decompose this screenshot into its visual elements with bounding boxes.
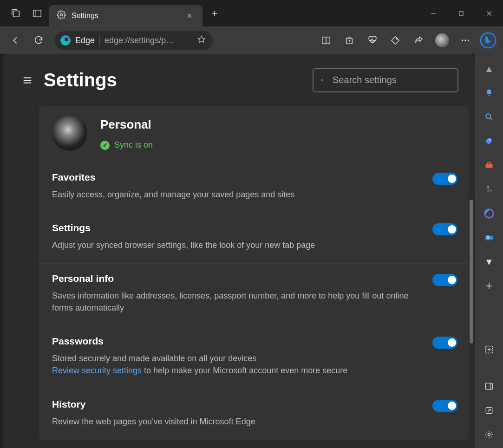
more-menu-icon[interactable] — [455, 30, 476, 51]
close-tab-button[interactable] — [183, 9, 196, 22]
svg-point-12 — [486, 114, 490, 118]
setting-desc: Stored securely and made available on al… — [52, 352, 414, 377]
setting-desc: Adjust your synced browser settings, lik… — [52, 239, 414, 251]
search-input[interactable] — [333, 75, 450, 85]
notifications-icon[interactable] — [481, 85, 497, 101]
address-bar[interactable]: Edge edge://settings/p… — [55, 31, 213, 50]
favorite-star-icon[interactable] — [197, 35, 206, 46]
games-sidebar-icon[interactable] — [481, 182, 497, 197]
svg-point-7 — [462, 39, 463, 41]
sync-status: ✓ Sync is on — [100, 140, 153, 150]
address-label: Edge — [75, 36, 95, 45]
panel-icon[interactable] — [481, 378, 497, 394]
toggle-settings[interactable] — [432, 223, 457, 235]
setting-desc: Saves information like addresses, licens… — [52, 290, 414, 314]
gear-icon — [57, 10, 66, 21]
minimize-button[interactable] — [419, 0, 447, 26]
setting-title: History — [52, 399, 456, 410]
page-title: Settings — [44, 70, 313, 91]
scrollbar-thumb[interactable] — [470, 200, 473, 344]
screenshot-icon[interactable] — [481, 342, 497, 357]
svg-point-2 — [60, 14, 63, 16]
back-button[interactable] — [5, 30, 26, 51]
setting-desc: Easily access, organize, and manage your… — [52, 188, 414, 201]
tab-spaces-icon[interactable] — [9, 7, 22, 20]
svg-point-11 — [321, 79, 323, 81]
sync-status-label: Sync is on — [114, 140, 153, 150]
search-sidebar-icon[interactable] — [481, 109, 497, 125]
profile-avatar[interactable] — [431, 30, 453, 51]
profile-section: Personal ✓ Sync is on — [39, 106, 469, 162]
svg-point-13 — [490, 139, 491, 140]
toggle-passwords[interactable] — [432, 337, 457, 349]
toolbar: Edge edge://settings/p… — [0, 26, 503, 54]
setting-settings: Settings Adjust your synced browser sett… — [39, 213, 469, 264]
titlebar: Settings — [0, 0, 503, 26]
open-external-icon[interactable] — [481, 403, 497, 418]
collapse-icon[interactable]: ▲ — [481, 61, 497, 77]
svg-rect-14 — [486, 164, 493, 168]
review-security-link[interactable]: Review security settings — [52, 366, 142, 375]
menu-button[interactable] — [20, 72, 35, 88]
outlook-sidebar-icon[interactable] — [481, 230, 497, 246]
svg-rect-3 — [459, 11, 463, 15]
profile-avatar-large — [52, 116, 87, 151]
svg-rect-19 — [490, 236, 493, 240]
toggle-history[interactable] — [432, 400, 457, 412]
check-icon: ✓ — [100, 141, 110, 150]
svg-point-8 — [464, 39, 466, 41]
health-icon[interactable] — [362, 30, 383, 51]
svg-point-15 — [489, 189, 492, 192]
setting-desc: Review the web pages you've visited in M… — [52, 416, 414, 428]
address-url: edge://settings/p… — [105, 36, 174, 45]
setting-favorites: Favorites Easily access, organize, and m… — [39, 162, 469, 213]
tools-sidebar-icon[interactable] — [481, 157, 497, 173]
toggle-personal-info[interactable] — [432, 274, 457, 286]
expand-icon[interactable]: ▼ — [481, 254, 497, 270]
svg-point-6 — [396, 38, 398, 39]
tab-title: Settings — [72, 12, 177, 20]
shopping-icon[interactable] — [385, 30, 406, 51]
setting-personal-info: Personal info Saves information like add… — [39, 264, 469, 326]
search-icon — [321, 75, 324, 85]
search-settings[interactable] — [313, 68, 458, 92]
separator — [99, 35, 100, 45]
collections-icon[interactable] — [339, 30, 360, 51]
setting-title: Favorites — [52, 172, 456, 183]
svg-rect-0 — [13, 11, 20, 17]
vertical-tabs-icon[interactable] — [31, 7, 44, 20]
setting-passwords: Passwords Stored securely and made avail… — [39, 326, 469, 389]
svg-point-23 — [488, 434, 490, 436]
svg-rect-1 — [33, 10, 41, 17]
setting-title: Passwords — [52, 336, 456, 347]
settings-sidebar-icon[interactable] — [481, 427, 497, 442]
profile-name: Personal — [100, 117, 153, 132]
share-icon[interactable] — [408, 30, 430, 51]
refresh-button[interactable] — [28, 30, 49, 51]
settings-page: Settings Personal ✓ Sync is on Favorites… — [3, 54, 475, 448]
split-screen-icon[interactable] — [315, 30, 337, 51]
browser-tab[interactable]: Settings — [49, 5, 203, 26]
m365-sidebar-icon[interactable] — [481, 206, 497, 221]
new-tab-button[interactable] — [205, 4, 224, 23]
setting-title: Settings — [52, 222, 456, 234]
add-sidebar-icon[interactable] — [481, 278, 497, 294]
setting-title: Personal info — [52, 273, 456, 284]
edge-logo-icon — [60, 35, 71, 45]
svg-point-9 — [468, 39, 469, 41]
bing-chat-icon[interactable] — [478, 30, 498, 51]
toggle-favorites[interactable] — [432, 173, 457, 185]
close-window-button[interactable] — [475, 0, 503, 26]
shopping-sidebar-icon[interactable] — [481, 133, 497, 149]
setting-history: History Review the web pages you've visi… — [39, 390, 469, 440]
svg-point-18 — [487, 237, 489, 238]
edge-sidebar: ▲ ▼ — [475, 54, 503, 448]
maximize-button[interactable] — [447, 0, 475, 26]
svg-rect-21 — [486, 383, 493, 389]
